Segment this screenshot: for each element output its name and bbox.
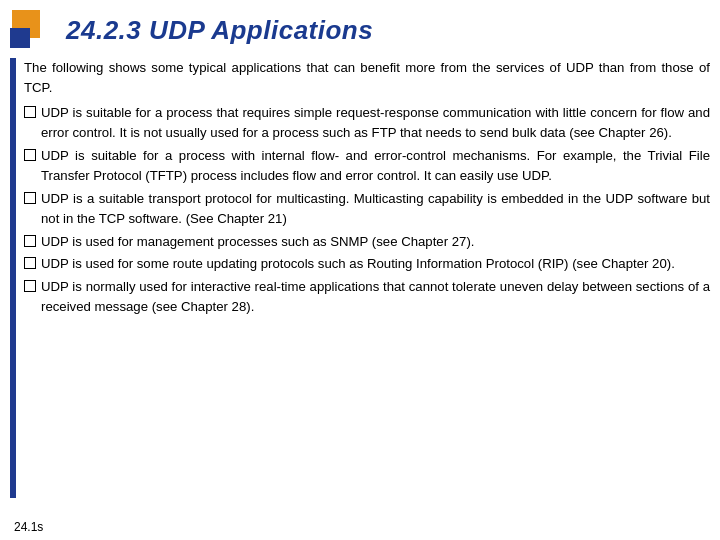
checkbox-icon <box>24 235 36 247</box>
list-item: UDP is suitable for a process with inter… <box>24 146 710 187</box>
list-item: UDP is used for some route updating prot… <box>24 254 710 274</box>
bullet-text-2: UDP is suitable for a process with inter… <box>41 146 710 187</box>
list-item: UDP is used for management processes suc… <box>24 232 710 252</box>
checkbox-icon <box>24 192 36 204</box>
square-blue <box>10 28 30 48</box>
checkbox-icon <box>24 106 36 118</box>
bullet-text-1: UDP is suitable for a process that requi… <box>41 103 710 144</box>
list-item: UDP is normally used for interactive rea… <box>24 277 710 318</box>
intro-text: The following shows some typical applica… <box>24 60 710 95</box>
page-container: 24.2.3 UDP Applications The following sh… <box>0 0 720 540</box>
checkbox-icon <box>24 149 36 161</box>
text-content: The following shows some typical applica… <box>24 58 710 498</box>
header-decorations <box>10 8 62 52</box>
checkbox-icon <box>24 280 36 292</box>
bullet-text-6: UDP is normally used for interactive rea… <box>41 277 710 318</box>
footer-label: 24.1s <box>14 520 43 534</box>
bullet-text-4: UDP is used for management processes suc… <box>41 232 710 252</box>
intro-paragraph: The following shows some typical applica… <box>24 58 710 99</box>
checkbox-icon <box>24 257 36 269</box>
left-bar <box>10 58 16 498</box>
bullet-text-5: UDP is used for some route updating prot… <box>41 254 710 274</box>
header-area: 24.2.3 UDP Applications <box>0 0 720 58</box>
list-item: UDP is a suitable transport protocol for… <box>24 189 710 230</box>
page-title: 24.2.3 UDP Applications <box>66 15 373 46</box>
list-item: UDP is suitable for a process that requi… <box>24 103 710 144</box>
bullet-text-3: UDP is a suitable transport protocol for… <box>41 189 710 230</box>
content-area: The following shows some typical applica… <box>0 58 720 498</box>
